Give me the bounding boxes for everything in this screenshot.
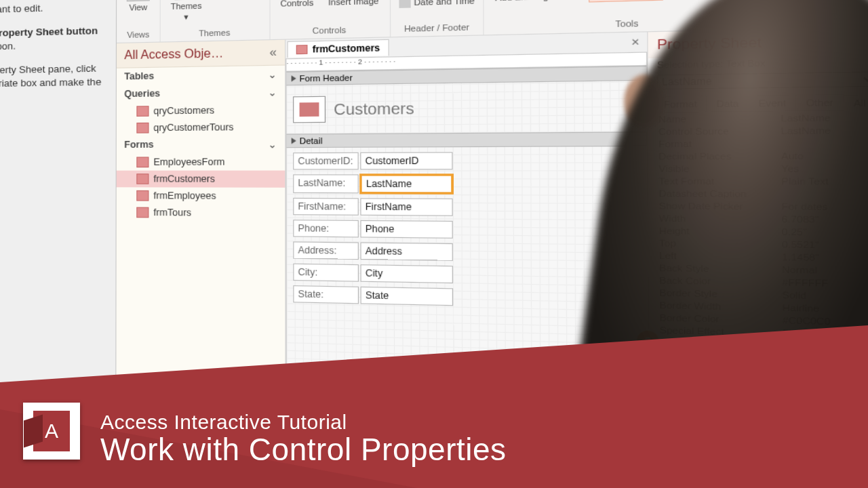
controls-gallery-button[interactable]: Controls: [277, 0, 318, 11]
property-sheet-button[interactable]: Property Sheet: [588, 0, 663, 3]
group-label-headerfooter: Header / Footer: [397, 20, 477, 33]
nav-item-frmemployees[interactable]: frmEmployees: [117, 187, 285, 205]
group-header-footer: Logo Title Date and Time Header / Footer: [391, 0, 484, 37]
nav-collapse-icon[interactable]: «: [270, 45, 277, 60]
field-control[interactable]: Phone: [360, 220, 453, 239]
field-label[interactable]: Phone:: [293, 220, 359, 237]
nav-item-employeesform[interactable]: EmployeesForm: [117, 153, 285, 170]
themes-button[interactable]: Themes▾: [167, 0, 205, 24]
date-time-icon: [399, 0, 410, 8]
group-label-themes: Themes: [167, 26, 262, 39]
nav-header[interactable]: All Access Obje…«: [117, 40, 285, 68]
field-row: Phone:Phone: [293, 220, 640, 241]
group-themes: Themes▾ Colors▾ Fonts▾ Themes: [161, 0, 270, 42]
add-existing-fields-button[interactable]: Add Existing Fields: [491, 0, 582, 5]
access-app-badge: A: [23, 403, 80, 460]
field-row: FirstName:FirstName: [293, 198, 639, 218]
document-close-button[interactable]: ✕: [624, 36, 648, 48]
nav-item-qrycustomers[interactable]: qryCustomers: [117, 101, 285, 119]
step-2: 2 Click the Property Sheet button on the…: [0, 24, 105, 55]
field-row: LastName:LastName: [293, 174, 639, 194]
query-icon: [136, 106, 149, 117]
view-button[interactable]: View: [123, 0, 153, 15]
nav-item-qrycustomertours[interactable]: qryCustomerTours: [117, 119, 285, 137]
query-icon: [136, 123, 149, 134]
field-label[interactable]: Address:: [293, 241, 359, 260]
group-views: View Views: [117, 0, 161, 43]
field-control[interactable]: LastName: [360, 174, 452, 193]
document-tab[interactable]: frmCustomers: [288, 39, 389, 57]
form-icon: [136, 207, 149, 218]
field-row: CustomerID:CustomerID: [293, 151, 639, 169]
step-3: 3 In the Property Sheet pane, click the …: [0, 62, 105, 105]
group-label-views: Views: [123, 28, 153, 40]
step-text-1: In Design View, select the control that …: [0, 0, 105, 18]
field-control[interactable]: Address: [360, 242, 453, 261]
title-banner: A Access Interactive Tutorial Work with …: [0, 325, 868, 488]
field-row: City:City: [293, 264, 640, 287]
form-icon: [296, 44, 308, 54]
field-label[interactable]: CustomerID:: [293, 152, 359, 170]
field-control[interactable]: State: [361, 287, 454, 306]
field-control[interactable]: FirstName: [360, 198, 452, 216]
nav-group-forms[interactable]: Forms⌄: [117, 136, 285, 154]
banner-subtitle: Access Interactive Tutorial: [100, 411, 507, 434]
step-1: 1 In Design View, select the control tha…: [0, 0, 105, 18]
date-time-button[interactable]: Date and Time: [397, 0, 477, 9]
field-control[interactable]: City: [360, 264, 453, 283]
field-label[interactable]: City:: [293, 264, 359, 282]
insert-image-button[interactable]: Insert Image: [324, 0, 383, 9]
group-controls: Controls Insert Image Controls: [270, 0, 391, 39]
field-control[interactable]: CustomerID: [360, 152, 452, 169]
form-icon: [136, 190, 149, 201]
form-icon: [136, 174, 149, 184]
field-row: Address:Address: [293, 241, 640, 263]
nav-item-frmcustomers[interactable]: frmCustomers: [117, 171, 285, 188]
nav-group-tables[interactable]: Tables⌄: [117, 66, 285, 86]
field-label[interactable]: LastName:: [293, 174, 359, 193]
form-logo-control[interactable]: [293, 96, 326, 123]
view-icon: [127, 0, 150, 1]
step-text-2: Click the Property Sheet button on the R…: [0, 24, 105, 54]
group-label-controls: Controls: [277, 23, 383, 37]
form-icon: [136, 157, 149, 167]
nav-group-queries[interactable]: Queries⌄: [117, 83, 285, 103]
section-detail[interactable]: Detail: [287, 131, 647, 148]
banner-title: Work with Control Properties: [100, 431, 507, 468]
nav-item-frmtours[interactable]: frmTours: [117, 204, 285, 222]
form-title-control[interactable]: Customers: [334, 100, 414, 119]
step-text-3: In the Property Sheet pane, click the ap…: [0, 62, 105, 104]
field-label[interactable]: FirstName:: [293, 198, 359, 216]
field-label[interactable]: State:: [293, 285, 359, 304]
